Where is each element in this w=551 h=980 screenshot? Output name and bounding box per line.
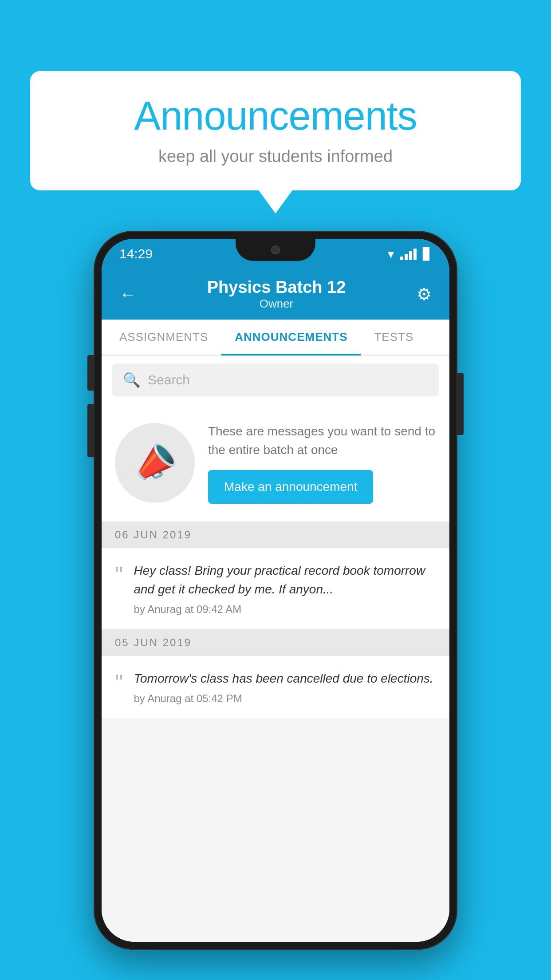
make-announcement-button[interactable]: Make an announcement <box>208 470 373 504</box>
announcement-text-1: Hey class! Bring your practical record b… <box>134 561 436 599</box>
announcement-meta-2: by Anurag at 05:42 PM <box>134 692 436 705</box>
date-separator-1: 06 JUN 2019 <box>102 522 449 548</box>
volume-down-button <box>87 404 94 457</box>
announcement-meta-1: by Anurag at 09:42 AM <box>134 603 436 616</box>
phone-mockup: 14:29 ▾ ▊ ← Physics Batch 12 <box>94 231 457 950</box>
tab-announcements[interactable]: ANNOUNCEMENTS <box>221 320 361 355</box>
search-placeholder: Search <box>148 372 190 387</box>
app-header: ← Physics Batch 12 Owner ⚙ <box>102 269 449 320</box>
search-bar[interactable]: 🔍 Search <box>112 364 439 396</box>
tab-assignments[interactable]: ASSIGNMENTS <box>106 320 221 355</box>
search-icon: 🔍 <box>123 371 141 388</box>
battery-icon: ▊ <box>423 247 432 261</box>
speech-bubble: Announcements keep all your students inf… <box>30 71 521 190</box>
promo-content: These are messages you want to send to t… <box>208 422 436 504</box>
date-separator-2: 05 JUN 2019 <box>102 629 449 656</box>
volume-up-button <box>87 355 94 391</box>
announcement-item-1[interactable]: " Hey class! Bring your practical record… <box>102 548 449 629</box>
date-label-1: 06 JUN 2019 <box>115 529 192 541</box>
signal-bar-1 <box>400 257 403 260</box>
bubble-subtitle: keep all your students informed <box>57 147 494 166</box>
status-time: 14:29 <box>119 246 153 261</box>
phone-outer: 14:29 ▾ ▊ ← Physics Batch 12 <box>94 231 457 950</box>
wifi-icon: ▾ <box>388 247 394 261</box>
user-role: Owner <box>136 297 417 311</box>
promo-icon-circle: 📣 <box>115 423 195 503</box>
announcement-item-2[interactable]: " Tomorrow's class has been cancelled du… <box>102 656 449 718</box>
date-label-2: 05 JUN 2019 <box>115 636 192 648</box>
announcement-content-2: Tomorrow's class has been cancelled due … <box>134 669 436 705</box>
speech-bubble-container: Announcements keep all your students inf… <box>30 71 521 190</box>
content-area: 🔍 Search 📣 These are messages you want t… <box>102 356 449 942</box>
quote-icon-1: " <box>115 563 123 586</box>
power-button <box>457 373 464 435</box>
signal-icon <box>400 248 417 260</box>
announcement-content-1: Hey class! Bring your practical record b… <box>134 561 436 616</box>
announcement-text-2: Tomorrow's class has been cancelled due … <box>134 669 436 688</box>
phone-notch <box>236 239 315 261</box>
quote-icon-2: " <box>115 671 123 694</box>
status-icons: ▾ ▊ <box>388 247 432 261</box>
promo-description: These are messages you want to send to t… <box>208 422 436 459</box>
tabs-row: ASSIGNMENTS ANNOUNCEMENTS TESTS <box>102 320 449 356</box>
megaphone-icon: 📣 <box>127 436 183 490</box>
batch-title: Physics Batch 12 <box>136 278 417 297</box>
promo-card: 📣 These are messages you want to send to… <box>102 404 449 522</box>
header-center: Physics Batch 12 Owner <box>136 278 417 311</box>
search-container: 🔍 Search <box>102 356 449 404</box>
settings-icon[interactable]: ⚙ <box>417 285 432 304</box>
signal-bar-3 <box>409 251 412 260</box>
bubble-title: Announcements <box>57 93 494 139</box>
signal-bar-2 <box>405 254 408 260</box>
phone-screen: 14:29 ▾ ▊ ← Physics Batch 12 <box>102 239 449 942</box>
back-button[interactable]: ← <box>119 285 136 304</box>
front-camera <box>271 245 280 254</box>
tab-tests[interactable]: TESTS <box>361 320 427 355</box>
signal-bar-4 <box>413 249 417 260</box>
